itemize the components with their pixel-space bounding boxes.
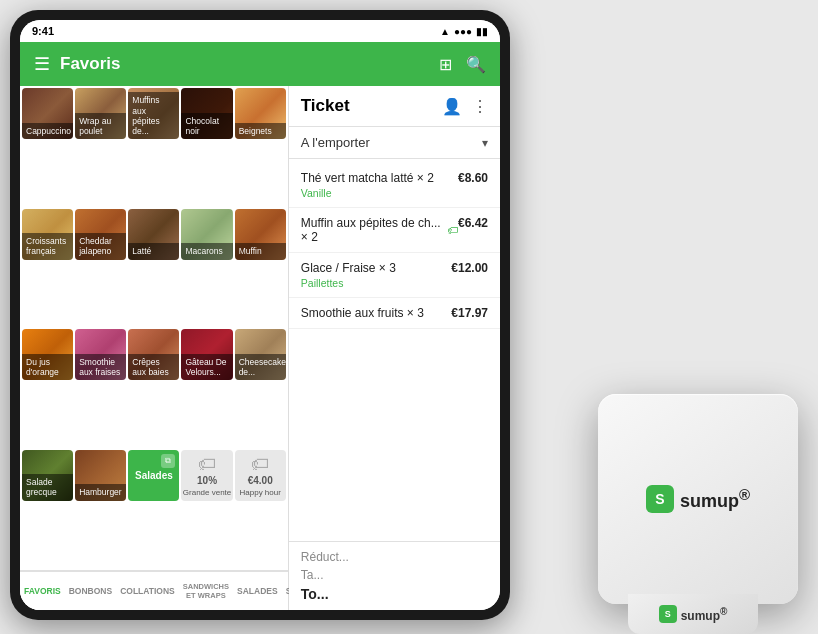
- sumup-bottom-text: sumup®: [681, 606, 728, 623]
- item-price-3: €12.00: [451, 261, 488, 275]
- item-name-2: Muffin aux pépites de ch... × 2 🏷: [301, 216, 458, 244]
- copy-indicator: ⧉: [161, 454, 175, 468]
- signal-icon: ●●●: [454, 26, 472, 37]
- top-bar: ☰ Favoris ⊞ 🔍: [20, 42, 500, 86]
- item-price-1: €8.60: [458, 171, 488, 185]
- product-hamburger[interactable]: Hamburger: [75, 450, 126, 501]
- item-name-1: Thé vert matcha latté × 2: [301, 171, 458, 185]
- more-icon[interactable]: ⋮: [472, 97, 488, 116]
- sumup-bottom-s-icon: S: [659, 605, 677, 623]
- chevron-down-icon: ▾: [482, 136, 488, 150]
- top-bar-left: ☰ Favoris: [34, 53, 120, 75]
- ticket-tax-row: Ta...: [301, 568, 488, 582]
- product-salade[interactable]: Salade grecque: [22, 450, 73, 501]
- item-note-1: Vanille: [301, 187, 488, 199]
- total-label: To...: [301, 586, 329, 602]
- split-layout: Cappuccino Wrap au poulet Muffins aux pé…: [20, 86, 500, 610]
- ticket-total-row: To...: [301, 586, 488, 602]
- top-bar-right: ⊞ 🔍: [439, 55, 486, 74]
- ticket-header-icons: 👤 ⋮: [442, 97, 488, 116]
- product-happy-hour[interactable]: 🏷 €4.00 Happy hour: [235, 450, 286, 501]
- sumup-text: sumup®: [680, 486, 750, 512]
- ticket-header: Ticket 👤 ⋮: [289, 86, 500, 127]
- reduction-label: Réduct...: [301, 550, 349, 564]
- barcode-icon[interactable]: ⊞: [439, 55, 452, 74]
- item-note-3: Paillettes: [301, 277, 488, 289]
- product-beignets[interactable]: Beignets: [235, 88, 286, 139]
- product-crepes[interactable]: Crêpes aux baies: [128, 329, 179, 380]
- product-grande-vente[interactable]: 🏷 10% Grande vente: [181, 450, 232, 501]
- sumup-logo: S sumup®: [646, 485, 750, 513]
- product-salades[interactable]: ⧉ Salades: [128, 450, 179, 501]
- wifi-icon: ▲: [440, 26, 450, 37]
- product-gateau[interactable]: Gâteau De Velours...: [181, 329, 232, 380]
- tag-icon-2: 🏷: [251, 454, 269, 475]
- bottom-tabs: FAVORIS BONBONS COLLATIONS SANDWICHS ET …: [20, 570, 288, 610]
- scene: 9:41 ▲ ●●● ▮▮ ☰ Favoris ⊞ 🔍: [0, 0, 818, 634]
- product-grid: Cappuccino Wrap au poulet Muffins aux pé…: [20, 86, 288, 570]
- tablet-screen: 9:41 ▲ ●●● ▮▮ ☰ Favoris ⊞ 🔍: [20, 20, 500, 610]
- ticket-type-label: A l'emporter: [301, 135, 370, 150]
- tax-label: Ta...: [301, 568, 324, 582]
- item-name-4: Smoothie aux fruits × 3: [301, 306, 451, 320]
- product-muffins[interactable]: Muffins aux pépites de...: [128, 88, 179, 139]
- tag-icon-3: 🏷: [447, 224, 458, 236]
- tablet: 9:41 ▲ ●●● ▮▮ ☰ Favoris ⊞ 🔍: [10, 10, 510, 620]
- ticket-item-3: Glace / Fraise × 3 €12.00 Paillettes: [289, 253, 500, 298]
- status-bar: 9:41 ▲ ●●● ▮▮: [20, 20, 500, 42]
- tab-bonbons[interactable]: BONBONS: [65, 572, 116, 610]
- search-icon[interactable]: 🔍: [466, 55, 486, 74]
- product-smoothie[interactable]: Smoothie aux fraises: [75, 329, 126, 380]
- ticket-type[interactable]: A l'emporter ▾: [289, 127, 500, 159]
- ticket-item-4: Smoothie aux fruits × 3 €17.97: [289, 298, 500, 329]
- item-price-2: €6.42: [458, 216, 488, 230]
- right-panel: Ticket 👤 ⋮ A l'emporter ▾ Thé: [289, 86, 500, 610]
- product-cappuccino[interactable]: Cappuccino: [22, 88, 73, 139]
- left-panel: Cappuccino Wrap au poulet Muffins aux pé…: [20, 86, 289, 610]
- tab-salades[interactable]: SALADES: [233, 572, 282, 610]
- ticket-item-2: Muffin aux pépites de ch... × 2 🏷 €6.42: [289, 208, 500, 253]
- item-price-4: €17.97: [451, 306, 488, 320]
- battery-icon: ▮▮: [476, 26, 488, 37]
- item-name-3: Glace / Fraise × 3: [301, 261, 451, 275]
- tab-favoris[interactable]: FAVORIS: [20, 572, 65, 610]
- status-icons: ▲ ●●● ▮▮: [440, 26, 488, 37]
- ticket-items: Thé vert matcha latté × 2 €8.60 Vanille …: [289, 159, 500, 541]
- tag-icon: 🏷: [198, 454, 216, 475]
- product-jus[interactable]: Du jus d'orange: [22, 329, 73, 380]
- product-croissants[interactable]: Croissants français: [22, 209, 73, 260]
- sumup-bottom-logo: S sumup®: [659, 605, 728, 623]
- ticket-reduction-row: Réduct...: [301, 550, 488, 564]
- sumup-s-icon: S: [646, 485, 674, 513]
- ticket-title: Ticket: [301, 96, 350, 116]
- product-wrap[interactable]: Wrap au poulet: [75, 88, 126, 139]
- tab-sandwichs[interactable]: SANDWICHS ET WRAPS: [179, 572, 233, 610]
- sumup-device: S sumup® S sumup®: [598, 394, 798, 604]
- person-icon[interactable]: 👤: [442, 97, 462, 116]
- ticket-item-1: Thé vert matcha latté × 2 €8.60 Vanille: [289, 163, 500, 208]
- product-latte[interactable]: Latté: [128, 209, 179, 260]
- product-muffin[interactable]: Muffin: [235, 209, 286, 260]
- menu-icon[interactable]: ☰: [34, 53, 50, 75]
- product-macarons[interactable]: Macarons: [181, 209, 232, 260]
- top-bar-title: Favoris: [60, 54, 120, 74]
- ticket-footer: Réduct... Ta... To...: [289, 541, 500, 610]
- time: 9:41: [32, 25, 54, 37]
- product-cheesecake[interactable]: Cheesecake de...: [235, 329, 286, 380]
- product-cheddar[interactable]: Cheddar jalapeno: [75, 209, 126, 260]
- tab-collations[interactable]: COLLATIONS: [116, 572, 179, 610]
- sumup-device-bottom: S sumup®: [628, 594, 758, 634]
- product-chocolat[interactable]: Chocolat noir: [181, 88, 232, 139]
